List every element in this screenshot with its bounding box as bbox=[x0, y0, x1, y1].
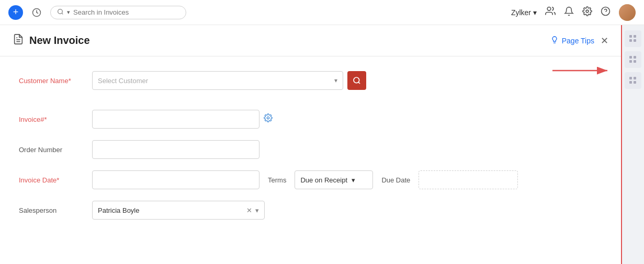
nav-right-actions: Zylker ▾ bbox=[511, 4, 636, 21]
terms-chevron-icon: ▾ bbox=[352, 176, 355, 184]
svg-point-4 bbox=[586, 10, 589, 13]
terms-label: Terms bbox=[268, 176, 286, 184]
invoice-number-label: Invoice#* bbox=[19, 116, 92, 123]
order-number-row: Order Number bbox=[19, 140, 602, 159]
grid-icon-3 bbox=[629, 77, 637, 84]
invoice-date-controls: 30 Sep 2021 Terms Due on Receipt ▾ Due D… bbox=[92, 170, 518, 189]
svg-point-11 bbox=[267, 117, 269, 119]
invoice-number-controls: INV-000214 bbox=[92, 110, 273, 129]
svg-point-1 bbox=[58, 9, 63, 14]
grid-icon-1 bbox=[629, 35, 637, 42]
add-button[interactable]: + bbox=[8, 5, 23, 20]
svg-line-10 bbox=[358, 82, 360, 84]
panel-grid-button-2[interactable] bbox=[625, 51, 641, 68]
chevron-down-icon: ▾ bbox=[334, 77, 337, 84]
svg-point-3 bbox=[547, 7, 551, 11]
top-navigation: + ▾ Zylker ▾ bbox=[0, 0, 644, 25]
order-number-label: Order Number bbox=[19, 146, 92, 154]
lightbulb-icon bbox=[550, 36, 559, 45]
search-filter[interactable]: ▾ bbox=[67, 9, 70, 16]
page-title: New Invoice bbox=[29, 35, 90, 47]
customer-search-button[interactable] bbox=[347, 71, 366, 90]
avatar[interactable] bbox=[619, 4, 636, 21]
main-area: New Invoice Page Tips ✕ Customer Name* bbox=[0, 25, 621, 264]
customer-name-row: Customer Name* Select Customer ▾ bbox=[19, 71, 602, 90]
svg-line-2 bbox=[62, 13, 63, 14]
due-date-input[interactable]: 30 Sep 2021 bbox=[419, 170, 518, 189]
customer-select[interactable]: Select Customer ▾ bbox=[92, 71, 343, 90]
salesperson-value: Patricia Boyle bbox=[98, 206, 139, 214]
page-header: New Invoice Page Tips ✕ bbox=[0, 25, 621, 56]
help-icon[interactable] bbox=[601, 6, 611, 19]
grid-icon-2 bbox=[629, 56, 637, 63]
customer-placeholder: Select Customer bbox=[98, 77, 148, 85]
page-header-right: Page Tips ✕ bbox=[550, 35, 608, 47]
invoice-number-row: Invoice#* INV-000214 bbox=[19, 110, 602, 129]
invoice-number-input[interactable]: INV-000214 bbox=[92, 110, 259, 129]
terms-value: Due on Receipt bbox=[300, 176, 347, 184]
users-icon[interactable] bbox=[545, 6, 556, 19]
terms-select[interactable]: Due on Receipt ▾ bbox=[295, 170, 373, 189]
clear-icon[interactable]: ✕ bbox=[246, 206, 252, 214]
settings-icon[interactable] bbox=[582, 6, 592, 19]
salesperson-label: Salesperson bbox=[19, 206, 92, 214]
invoice-date-row: Invoice Date* 30 Sep 2021 Terms Due on R… bbox=[19, 170, 602, 189]
right-panel bbox=[621, 25, 644, 264]
chevron-down-icon: ▾ bbox=[255, 206, 259, 214]
due-date-label: Due Date bbox=[381, 176, 410, 184]
invoice-icon bbox=[13, 33, 24, 48]
salesperson-select-controls: ✕ ▾ bbox=[246, 206, 259, 214]
page-content: New Invoice Page Tips ✕ Customer Name* bbox=[0, 25, 644, 264]
customer-name-controls: Select Customer ▾ bbox=[92, 71, 366, 90]
page-title-row: New Invoice bbox=[13, 33, 90, 48]
invoice-date-label: Invoice Date* bbox=[19, 176, 92, 184]
search-icon bbox=[57, 8, 64, 17]
org-selector[interactable]: Zylker ▾ bbox=[511, 8, 537, 17]
salesperson-select[interactable]: Patricia Boyle ✕ ▾ bbox=[92, 201, 265, 220]
close-button[interactable]: ✕ bbox=[601, 35, 608, 47]
form-area: Customer Name* Select Customer ▾ bbox=[0, 56, 621, 246]
order-number-input[interactable] bbox=[92, 140, 259, 159]
search-bar[interactable]: ▾ bbox=[50, 6, 186, 19]
invoice-date-input[interactable]: 30 Sep 2021 bbox=[92, 170, 259, 189]
svg-point-9 bbox=[354, 77, 359, 83]
salesperson-row: Salesperson Patricia Boyle ✕ ▾ bbox=[19, 201, 602, 220]
page-tips-button[interactable]: Page Tips bbox=[550, 36, 594, 45]
order-number-controls bbox=[92, 140, 259, 159]
panel-grid-button-1[interactable] bbox=[625, 30, 641, 47]
customer-name-label: Customer Name* bbox=[19, 77, 92, 85]
chevron-down-icon: ▾ bbox=[533, 8, 537, 17]
invoice-settings-icon[interactable] bbox=[264, 113, 273, 125]
avatar-image bbox=[619, 4, 636, 21]
notifications-icon[interactable] bbox=[564, 6, 574, 19]
search-input[interactable] bbox=[73, 8, 178, 16]
page-tips-label: Page Tips bbox=[562, 37, 594, 45]
panel-grid-button-3[interactable] bbox=[625, 72, 641, 89]
org-name: Zylker bbox=[511, 8, 531, 17]
history-button[interactable] bbox=[29, 5, 44, 20]
salesperson-controls: Patricia Boyle ✕ ▾ bbox=[92, 201, 265, 220]
